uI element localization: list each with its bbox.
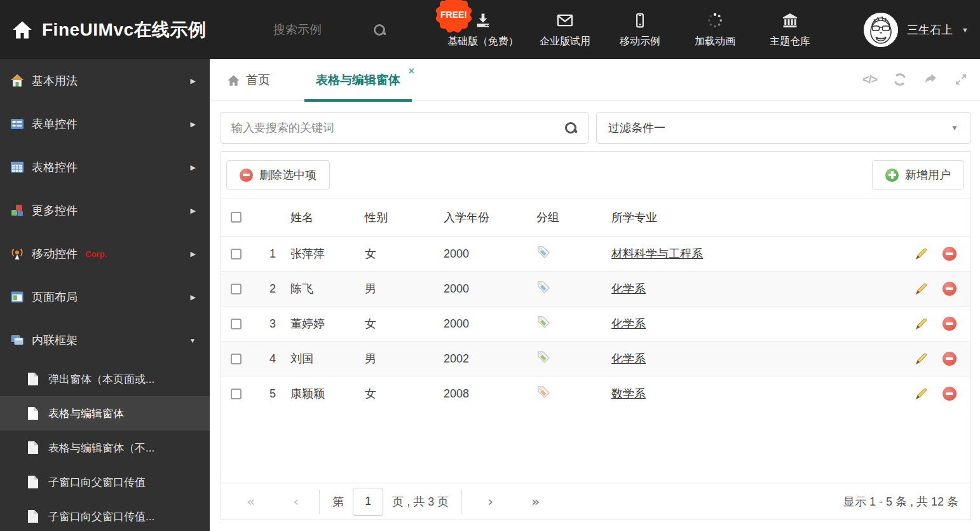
tab-grid-edit-window[interactable]: 表格与编辑窗体 × (304, 59, 412, 101)
nav-item-mobile-demo[interactable]: 移动示例 (602, 0, 677, 59)
edit-pencil-icon[interactable] (914, 282, 929, 296)
app-logo[interactable]: FineUIMvc在线示例 (11, 0, 207, 59)
search-icon[interactable] (372, 23, 386, 37)
delete-row-icon[interactable] (943, 387, 956, 401)
delete-selected-button[interactable]: 删除选中项 (226, 160, 330, 190)
select-all-checkbox[interactable] (231, 212, 242, 223)
house-icon (10, 73, 25, 88)
prev-page-button[interactable]: ‹ (285, 493, 306, 509)
sidebar-item-label: 基本用法 (32, 73, 78, 88)
app-title: FineUIMvc在线示例 (42, 18, 207, 42)
row-number: 2 (250, 282, 287, 296)
expand-icon[interactable] (953, 72, 969, 87)
sidebar: 基本用法 ▶ 表单控件 ▶ 表格控件 ▶ 更多控件 ▶ 移动控件 Corp. ▶… (0, 59, 210, 531)
sidebar-subitem-grid-edit-window[interactable]: 表格与编辑窗体 (0, 396, 210, 431)
col-header-major[interactable]: 所学专业 (611, 210, 900, 225)
sidebar-subitem-label: 表格与编辑窗体 (48, 406, 124, 421)
delete-row-icon[interactable] (943, 282, 956, 296)
divider (319, 490, 320, 514)
page-number-input[interactable] (353, 488, 383, 516)
sidebar-item-iframe[interactable]: 内联框架 ▼ (0, 319, 210, 362)
table-row[interactable]: 3 董婷婷 女 2000 化学系 (221, 306, 970, 341)
tab-corner-tools: </> (862, 72, 969, 87)
keyword-search-input[interactable] (221, 121, 564, 135)
first-page-button[interactable]: « (239, 493, 262, 509)
row-checkbox[interactable] (231, 354, 242, 364)
cubes-icon (10, 203, 25, 218)
chevron-down-icon: ▼ (189, 337, 196, 344)
add-button-label: 新增用户 (905, 167, 951, 183)
sidebar-item-page-layout[interactable]: 页面布局 ▶ (0, 275, 210, 319)
last-page-button[interactable]: » (524, 493, 547, 509)
sidebar-item-basic-usage[interactable]: 基本用法 ▶ (0, 59, 210, 102)
close-icon[interactable]: × (409, 66, 414, 77)
corp-badge: Corp. (85, 249, 107, 259)
table-header-row: 姓名 性别 入学年份 分组 所学专业 (221, 198, 970, 236)
col-header-name[interactable]: 姓名 (287, 210, 365, 225)
mobile-icon (632, 11, 648, 29)
header-nav: 基础版（免费） 企业版试用 移动示例 加载动画 主题仓库 (439, 0, 827, 59)
tab-active-label: 表格与编辑窗体 (316, 72, 400, 88)
nav-item-theme-repo[interactable]: 主题仓库 (752, 0, 827, 59)
next-page-button[interactable]: › (480, 493, 501, 509)
user-menu[interactable]: 三生石上 ▼ (864, 0, 969, 59)
source-code-icon[interactable]: </> (862, 73, 877, 86)
row-checkbox[interactable] (231, 319, 242, 329)
edit-pencil-icon[interactable] (914, 317, 929, 331)
chevron-down-icon: ▼ (951, 123, 958, 132)
share-icon[interactable] (923, 72, 938, 87)
spinner-icon (706, 11, 724, 29)
delete-row-icon[interactable] (943, 317, 956, 331)
refresh-icon[interactable] (892, 72, 908, 87)
keyword-search-box (221, 112, 589, 144)
major-link[interactable]: 化学系 (611, 317, 646, 330)
sidebar-item-more-controls[interactable]: 更多控件 ▶ (0, 189, 210, 232)
sidebar-subitem-child-to-parent[interactable]: 子窗口向父窗口传值 (0, 465, 210, 499)
sidebar-subitem-grid-edit-window-2[interactable]: 表格与编辑窗体（不... (0, 431, 210, 465)
table-row[interactable]: 2 陈飞 男 2000 化学系 (221, 271, 970, 306)
col-header-year[interactable]: 入学年份 (444, 210, 536, 225)
row-checkbox[interactable] (231, 284, 242, 294)
filter-dropdown[interactable]: 过滤条件一 ▼ (596, 112, 970, 144)
header-search[interactable]: 搜索示例 (273, 0, 397, 59)
tab-home[interactable]: 首页 (227, 59, 270, 101)
sidebar-subitem-popup-window[interactable]: 弹出窗体（本页面或... (0, 362, 210, 396)
avatar-face (864, 13, 898, 47)
avatar[interactable] (864, 13, 898, 47)
edit-pencil-icon[interactable] (914, 387, 929, 401)
table-row[interactable]: 1 张萍萍 女 2000 材料科学与工程系 (221, 236, 970, 271)
table-row[interactable]: 5 康颖颖 女 2008 数学系 (221, 376, 970, 411)
delete-row-icon[interactable] (943, 352, 956, 366)
tab-bar: 首页 表格与编辑窗体 × </> (210, 59, 980, 101)
major-link[interactable]: 材料科学与工程系 (611, 247, 703, 260)
major-link[interactable]: 数学系 (611, 387, 646, 400)
col-header-group[interactable]: 分组 (536, 210, 611, 225)
edit-pencil-icon[interactable] (914, 247, 929, 261)
sidebar-item-form-controls[interactable]: 表单控件 ▶ (0, 102, 210, 146)
chevron-right-icon: ▶ (191, 207, 196, 215)
tag-icon (536, 245, 551, 259)
add-user-button[interactable]: 新增用户 (872, 160, 964, 190)
row-checkbox[interactable] (231, 389, 242, 399)
row-number: 1 (250, 247, 287, 261)
nav-item-enterprise-trial[interactable]: 企业版试用 (527, 0, 602, 59)
major-link[interactable]: 化学系 (611, 282, 646, 295)
sidebar-item-grid-controls[interactable]: 表格控件 ▶ (0, 146, 210, 189)
sidebar-subitem-child-to-parent-2[interactable]: 子窗口向父窗口传值... (0, 499, 210, 531)
cell-name: 张萍萍 (287, 246, 365, 261)
major-link[interactable]: 化学系 (611, 352, 646, 365)
sidebar-item-mobile-controls[interactable]: 移动控件 Corp. ▶ (0, 232, 210, 275)
row-checkbox[interactable] (231, 249, 242, 259)
record-summary: 显示 1 - 5 条 , 共 12 条 (843, 494, 970, 509)
search-icon[interactable] (564, 121, 578, 135)
table-row[interactable]: 4 刘国 男 2002 化学系 (221, 341, 970, 376)
row-number: 4 (250, 352, 287, 366)
nav-label: 基础版（免费） (447, 35, 519, 48)
col-header-gender[interactable]: 性别 (365, 210, 444, 225)
edit-pencil-icon[interactable] (914, 352, 929, 366)
nav-item-loading-animation[interactable]: 加载动画 (677, 0, 752, 59)
envelope-icon (555, 11, 575, 29)
user-name: 三生石上 (907, 22, 953, 38)
sidebar-item-label: 移动控件 (32, 246, 78, 261)
delete-row-icon[interactable] (943, 247, 956, 261)
